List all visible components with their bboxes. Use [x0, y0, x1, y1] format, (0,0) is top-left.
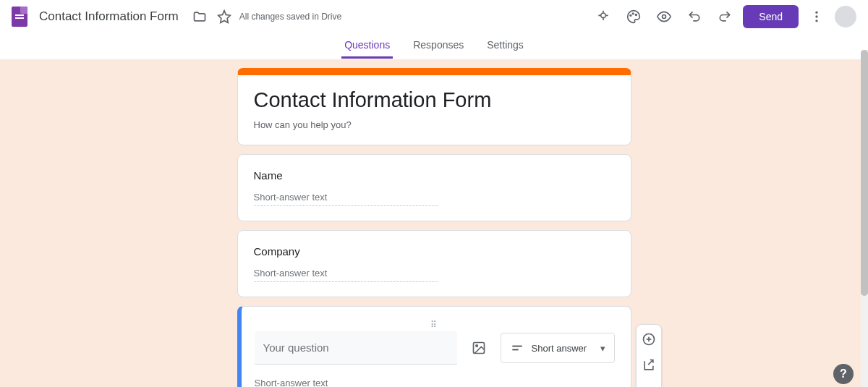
plus-circle-icon: [642, 332, 656, 346]
help-button[interactable]: ?: [833, 364, 854, 384]
title-icon: TT: [642, 384, 656, 387]
form-header-card[interactable]: Contact Information Form How can you hel…: [237, 68, 631, 145]
star-button[interactable]: [212, 4, 237, 29]
svg-point-5: [815, 15, 817, 17]
folder-icon: [192, 9, 207, 24]
question-type-dropdown[interactable]: Short answer ▾: [501, 333, 615, 363]
eye-icon: [657, 9, 671, 24]
svg-point-1: [633, 13, 634, 14]
forms-logo[interactable]: [12, 7, 27, 27]
image-icon: [472, 341, 486, 355]
question-edit-row: Short answer ▾: [255, 331, 615, 365]
svg-point-3: [663, 15, 666, 19]
header-bar: Contact Information Form All changes sav…: [0, 0, 868, 33]
account-avatar[interactable]: [835, 6, 856, 27]
drag-handle-icon[interactable]: ⠿: [255, 323, 615, 327]
question-card-company[interactable]: Company Short-answer text: [237, 230, 631, 297]
floating-toolbar: TT: [636, 324, 662, 387]
help-icon: ?: [840, 367, 847, 380]
document-title[interactable]: Contact Information Form: [39, 9, 179, 24]
addons-button[interactable]: [591, 4, 616, 29]
svg-point-8: [475, 345, 477, 347]
palette-icon: [626, 9, 641, 24]
active-question-card[interactable]: ⠿ Short answer ▾ Short-answer text: [237, 306, 631, 387]
answer-placeholder: Short-answer text: [255, 378, 439, 387]
tab-settings[interactable]: Settings: [484, 33, 527, 59]
form-title[interactable]: Contact Information Form: [254, 88, 615, 112]
undo-icon: [687, 9, 702, 24]
form-description[interactable]: How can you help you?: [254, 119, 615, 130]
add-image-button[interactable]: [466, 335, 492, 361]
answer-placeholder: Short-answer text: [254, 268, 438, 282]
form-wrapper: Contact Information Form How can you hel…: [237, 68, 631, 387]
undo-button[interactable]: [682, 4, 707, 29]
short-answer-icon: [510, 341, 524, 355]
question-card-name[interactable]: Name Short-answer text: [237, 154, 631, 221]
more-vert-icon: [809, 9, 824, 24]
answer-placeholder: Short-answer text: [254, 192, 438, 206]
question-label: Company: [254, 245, 615, 258]
save-status: All changes saved in Drive: [239, 12, 341, 22]
tab-questions[interactable]: Questions: [341, 33, 393, 59]
vertical-scrollbar[interactable]: [861, 50, 868, 387]
import-questions-button[interactable]: [639, 355, 659, 375]
move-to-folder-button[interactable]: [187, 4, 212, 29]
header-actions: Send: [591, 4, 856, 29]
svg-point-2: [636, 14, 637, 16]
form-canvas: Contact Information Form How can you hel…: [0, 59, 868, 387]
svg-point-0: [630, 15, 631, 17]
add-question-button[interactable]: [639, 329, 659, 349]
more-options-button[interactable]: [804, 4, 829, 29]
svg-point-4: [815, 12, 817, 14]
tabs-bar: Questions Responses Settings: [0, 33, 868, 59]
import-icon: [642, 358, 656, 373]
customize-theme-button[interactable]: [621, 4, 646, 29]
preview-button[interactable]: [652, 4, 676, 29]
svg-point-6: [815, 20, 817, 22]
send-button[interactable]: Send: [743, 5, 799, 28]
redo-icon: [718, 9, 732, 24]
chevron-down-icon: ▾: [600, 343, 605, 354]
redo-button[interactable]: [712, 4, 737, 29]
question-label: Name: [254, 169, 615, 182]
add-title-button[interactable]: TT: [639, 381, 659, 387]
question-title-input[interactable]: [255, 331, 457, 365]
addon-icon: [596, 9, 610, 24]
question-type-label: Short answer: [532, 343, 587, 354]
tab-responses[interactable]: Responses: [410, 33, 467, 59]
scrollbar-thumb[interactable]: [861, 50, 868, 296]
star-icon: [217, 9, 231, 24]
